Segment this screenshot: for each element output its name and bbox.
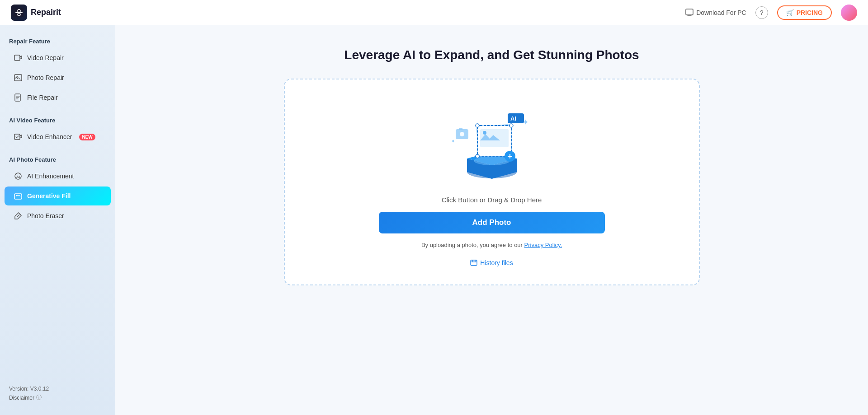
svg-point-22 xyxy=(476,124,479,127)
video-repair-icon xyxy=(14,53,23,62)
section-repair-label: Repair Feature xyxy=(0,34,115,47)
ai-enhancement-icon: AI xyxy=(14,172,23,181)
video-enhancer-icon xyxy=(14,132,23,141)
sidebar-top: Repair Feature Video Repair xyxy=(0,34,115,226)
pricing-icon: 🛒 xyxy=(786,9,794,16)
svg-rect-4 xyxy=(686,9,693,15)
file-repair-icon xyxy=(14,93,23,102)
sidebar-item-photo-repair[interactable]: Photo Repair xyxy=(5,68,111,87)
svg-point-23 xyxy=(509,124,513,127)
main-content: Leverage AI to Expand, and Get Stunning … xyxy=(115,25,868,415)
disclaimer-link[interactable]: Disclaimer ⓘ xyxy=(9,394,106,401)
add-photo-button[interactable]: Add Photo xyxy=(379,212,605,233)
main-layout: Repair Feature Video Repair xyxy=(0,25,868,415)
video-repair-label: Video Repair xyxy=(27,54,64,61)
history-files-label: History files xyxy=(480,259,513,266)
sidebar-item-ai-enhancement[interactable]: AI AI Enhancement xyxy=(5,167,111,186)
version-text: Version: V3.0.12 xyxy=(9,386,106,392)
header: Repairit Download For PC ? 🛒 PRICING xyxy=(0,0,868,25)
privacy-text: By uploading a photo, you agree to our P… xyxy=(421,242,562,248)
pricing-button[interactable]: 🛒 PRICING xyxy=(777,5,832,20)
privacy-policy-link[interactable]: Privacy Policy. xyxy=(524,242,562,248)
svg-rect-31 xyxy=(459,128,462,130)
header-right: Download For PC ? 🛒 PRICING xyxy=(685,5,857,21)
svg-rect-9 xyxy=(14,134,20,140)
photo-eraser-icon xyxy=(14,211,23,220)
logo: Repairit xyxy=(11,5,61,21)
photo-repair-label: Photo Repair xyxy=(27,74,64,81)
file-repair-label: File Repair xyxy=(27,94,58,101)
svg-point-30 xyxy=(460,132,464,136)
photo-repair-icon xyxy=(14,73,23,82)
download-button[interactable]: Download For PC xyxy=(685,9,746,17)
section-ai-video-label: AI Video Feature xyxy=(0,113,115,126)
avatar[interactable] xyxy=(841,5,857,21)
svg-text:AI: AI xyxy=(16,175,20,179)
ai-enhancement-label: AI Enhancement xyxy=(27,173,74,180)
sidebar-item-video-repair[interactable]: Video Repair xyxy=(5,48,111,67)
disclaimer-info-icon: ⓘ xyxy=(36,394,42,401)
svg-rect-5 xyxy=(14,55,20,61)
section-ai-photo-label: AI Photo Feature xyxy=(0,153,115,166)
logo-icon xyxy=(11,5,27,21)
sidebar-footer: Version: V3.0.12 Disclaimer ⓘ xyxy=(0,381,115,406)
new-badge: NEW xyxy=(79,134,95,140)
svg-point-16 xyxy=(474,156,510,165)
svg-rect-34 xyxy=(471,260,477,266)
logo-text: Repairit xyxy=(31,8,61,17)
history-files-link[interactable]: History files xyxy=(470,259,513,266)
page-title: Leverage AI to Expand, and Get Stunning … xyxy=(344,48,639,62)
disclaimer-label: Disclaimer xyxy=(9,395,34,401)
illustration: AI ✦ ✦ xyxy=(447,102,537,183)
photo-eraser-label: Photo Eraser xyxy=(27,212,64,219)
sidebar-item-generative-fill[interactable]: Generative Fill xyxy=(5,187,111,205)
svg-point-24 xyxy=(476,154,479,158)
drop-zone[interactable]: AI ✦ ✦ Click Button or Drag & Drop Here … xyxy=(284,79,700,285)
sidebar-item-photo-eraser[interactable]: Photo Eraser xyxy=(5,206,111,225)
svg-point-13 xyxy=(16,195,17,196)
generative-fill-icon xyxy=(14,191,23,201)
generative-fill-label: Generative Fill xyxy=(27,192,71,200)
svg-text:AI: AI xyxy=(510,115,516,122)
video-enhancer-label: Video Enhancer xyxy=(27,133,72,140)
sidebar-item-video-enhancer[interactable]: Video Enhancer NEW xyxy=(5,127,111,146)
sidebar-item-file-repair[interactable]: File Repair xyxy=(5,88,111,107)
sidebar: Repair Feature Video Repair xyxy=(0,25,115,415)
svg-rect-12 xyxy=(14,194,22,199)
svg-text:✦: ✦ xyxy=(451,139,455,144)
download-label: Download For PC xyxy=(696,9,746,16)
drop-hint: Click Button or Drag & Drop Here xyxy=(442,196,542,204)
help-icon[interactable]: ? xyxy=(755,6,768,19)
svg-text:✦: ✦ xyxy=(523,118,528,126)
pricing-label: PRICING xyxy=(797,9,823,16)
svg-point-20 xyxy=(483,131,486,135)
